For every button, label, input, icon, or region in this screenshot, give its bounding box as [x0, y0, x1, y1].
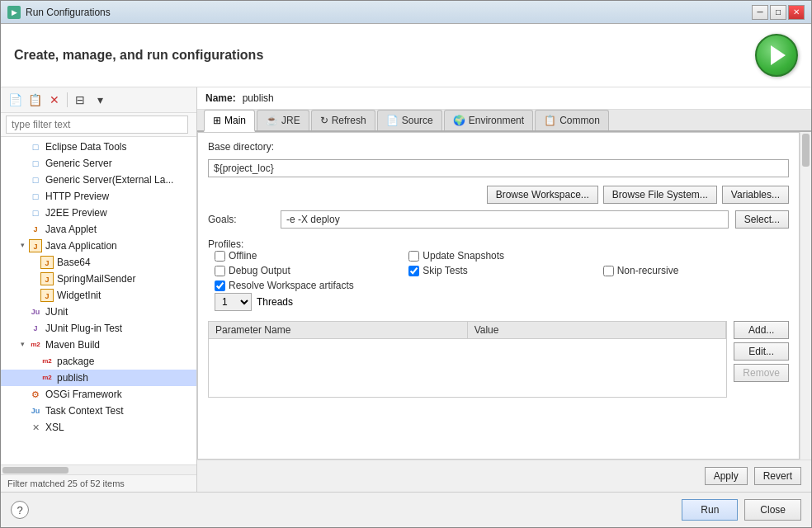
tab-common-label: Common — [559, 115, 600, 126]
vertical-scrollbar[interactable] — [800, 132, 811, 460]
tree-item-maven-build[interactable]: ▾ m2 Maven Build — [1, 337, 196, 353]
offline-checkbox[interactable] — [215, 251, 225, 262]
tree-item-j2ee-preview[interactable]: □ J2EE Preview — [1, 205, 196, 221]
tree-item-label: Eclipse Data Tools — [45, 141, 127, 153]
tab-main[interactable]: ⊞ Main — [204, 110, 255, 132]
tree-item-osgi[interactable]: ⚙ OSGi Framework — [1, 386, 196, 403]
profiles-section: Profiles: Offline Update Snapshots — [208, 238, 789, 311]
minimize-button[interactable]: ─ — [752, 5, 768, 20]
tree-item-http-preview[interactable]: □ HTTP Preview — [1, 188, 196, 205]
threads-select[interactable]: 1 2 4 8 — [215, 293, 252, 311]
debug-output-checkbox[interactable] — [215, 266, 225, 276]
filter-button[interactable]: ▾ — [91, 91, 109, 109]
tab-common[interactable]: 📋 Common — [535, 110, 609, 130]
update-snapshots-checkbox[interactable] — [408, 251, 419, 262]
run-action-button[interactable]: Run — [682, 499, 738, 521]
tree-item-spring-mail[interactable]: J SpringMailSender — [1, 271, 196, 287]
tree-item-m2-publish[interactable]: m2 publish — [1, 370, 196, 386]
horizontal-scrollbar[interactable] — [1, 464, 196, 474]
java-icon: J — [40, 272, 54, 285]
tab-jre[interactable]: ☕ JRE — [257, 110, 309, 130]
page-title: Create, manage, and run configurations — [14, 48, 263, 63]
left-toolbar: 📄 📋 ✕ ⊟ ▾ — [1, 87, 196, 113]
tree-item-label: XSL — [45, 422, 64, 433]
no-expand-icon — [17, 175, 27, 185]
new-config-button[interactable]: 📄 — [6, 91, 24, 109]
close-action-button[interactable]: Close — [744, 499, 801, 521]
variables-button[interactable]: Variables... — [722, 186, 789, 204]
tree-item-label: Generic Server — [45, 158, 112, 169]
param-value-header: Value — [468, 322, 727, 338]
base-directory-row: Base directory: — [208, 141, 789, 153]
tree-item-widget-init[interactable]: J WidgetInit — [1, 287, 196, 304]
tree-item-label: JUnit Plug-in Test — [45, 323, 122, 334]
debug-output-checkbox-row: Debug Output — [215, 265, 400, 276]
params-table-section: Parameter Name Value Add... Edit... Remo… — [208, 321, 789, 398]
no-expand-icon — [17, 142, 27, 152]
tree-item-label: Maven Build — [45, 339, 100, 351]
non-recursive-checkbox[interactable] — [603, 266, 614, 276]
main-tab-icon: ⊞ — [213, 115, 221, 126]
tree-item-java-applet[interactable]: J Java Applet — [1, 221, 196, 238]
tree-item-java-application[interactable]: ▾ J Java Application — [1, 238, 196, 254]
tab-source-label: Source — [402, 115, 433, 126]
base-directory-input[interactable] — [208, 159, 789, 177]
browse-workspace-button[interactable]: Browse Workspace... — [487, 186, 598, 204]
select-button[interactable]: Select... — [735, 210, 789, 229]
env-tab-icon: 🌍 — [453, 115, 465, 126]
tree-item-xsl[interactable]: ✕ XSL — [1, 419, 196, 436]
tab-main-label: Main — [224, 115, 246, 126]
delete-config-button[interactable]: ✕ — [45, 91, 64, 109]
tree-item-generic-server[interactable]: □ Generic Server — [1, 155, 196, 172]
browse-filesystem-button[interactable]: Browse File System... — [603, 186, 717, 204]
maximize-button[interactable]: □ — [770, 5, 786, 20]
source-tab-icon: 📄 — [386, 115, 399, 126]
collapse-all-button[interactable]: ⊟ — [71, 91, 89, 109]
xsl-icon: ✕ — [29, 421, 42, 434]
resolve-workspace-checkbox[interactable] — [215, 280, 225, 291]
tab-environment[interactable]: 🌍 Environment — [444, 110, 533, 130]
title-bar-controls: ─ □ ✕ — [752, 5, 805, 20]
tree-item-label: HTTP Preview — [45, 191, 109, 202]
non-recursive-label: Non-recursive — [617, 265, 679, 276]
java-app-icon: J — [29, 239, 42, 252]
tab-jre-label: JRE — [281, 115, 300, 126]
copy-config-button[interactable]: 📋 — [26, 91, 44, 109]
edit-param-button[interactable]: Edit... — [734, 342, 789, 361]
tab-source[interactable]: 📄 Source — [377, 110, 442, 130]
tab-refresh[interactable]: ↻ Refresh — [311, 110, 375, 130]
tree-item-m2-package[interactable]: m2 package — [1, 353, 196, 370]
offline-label: Offline — [229, 250, 257, 262]
run-arrow-icon — [771, 45, 786, 65]
tree-item-label: OSGi Framework — [45, 389, 122, 400]
no-expand-icon — [29, 356, 39, 366]
window-icon: ▶ — [7, 6, 21, 19]
apply-button[interactable]: Apply — [705, 467, 748, 485]
help-button[interactable]: ? — [11, 501, 29, 519]
scroll-thumb — [802, 134, 810, 167]
filter-input[interactable] — [6, 116, 188, 134]
skip-tests-checkbox[interactable] — [408, 266, 419, 276]
update-snapshots-checkbox-row: Update Snapshots — [408, 250, 594, 262]
tree-item-junit-plugin[interactable]: J JUnit Plug-in Test — [1, 320, 196, 337]
tree-item-generic-server-ext[interactable]: □ Generic Server(External La... — [1, 172, 196, 188]
tree-item-label: Java Application — [45, 240, 117, 252]
no-expand-icon — [17, 406, 27, 416]
run-button[interactable] — [755, 34, 798, 77]
tree-item-junit[interactable]: Ju JUnit — [1, 304, 196, 320]
tree-item-base64[interactable]: J Base64 — [1, 254, 196, 271]
tab-refresh-label: Refresh — [332, 115, 366, 126]
close-window-button[interactable]: ✕ — [788, 5, 805, 20]
goals-input[interactable] — [281, 210, 729, 229]
tree-item-task-context[interactable]: Ju Task Context Test — [1, 403, 196, 419]
left-panel: 📄 📋 ✕ ⊟ ▾ □ Eclipse Data Tools — [1, 87, 197, 492]
revert-button[interactable]: Revert — [754, 467, 801, 485]
right-panel: Name: publish ⊞ Main ☕ JRE ↻ Refresh — [197, 87, 811, 492]
no-expand-icon — [17, 323, 27, 333]
add-param-button[interactable]: Add... — [734, 321, 789, 339]
tree-item-eclipse-data-tools[interactable]: □ Eclipse Data Tools — [1, 139, 196, 155]
server-icon: □ — [29, 190, 42, 203]
refresh-tab-icon: ↻ — [320, 115, 328, 126]
filter-area — [1, 113, 196, 137]
remove-param-button[interactable]: Remove — [734, 364, 789, 382]
